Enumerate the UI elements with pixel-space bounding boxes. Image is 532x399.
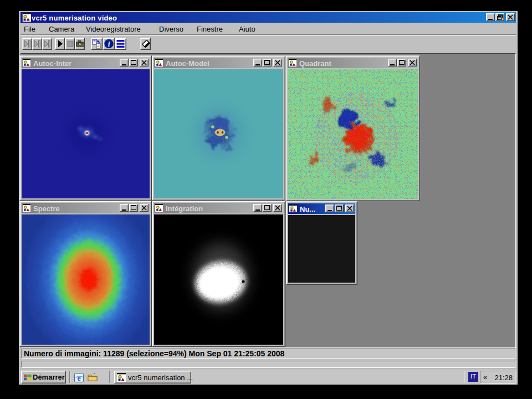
svg-text:i: i xyxy=(108,40,110,48)
svg-text:e: e xyxy=(77,374,80,382)
